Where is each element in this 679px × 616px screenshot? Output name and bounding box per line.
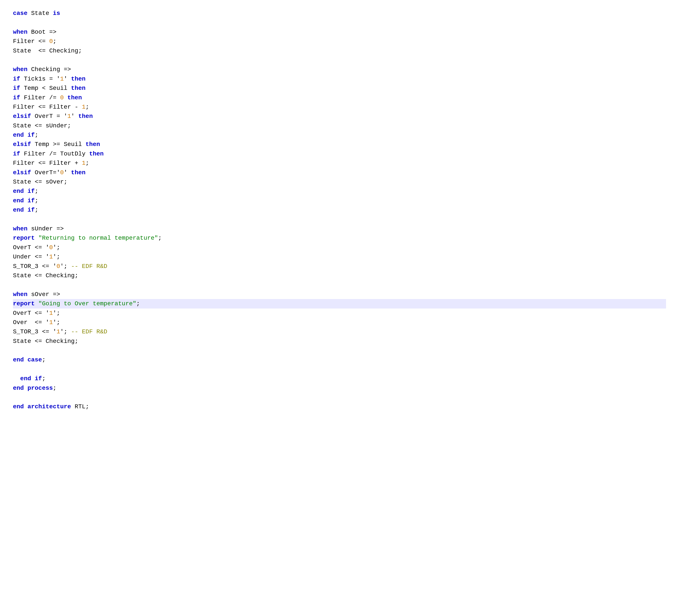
keyword-token: elsif [13,168,31,177]
keyword-token: end if [20,374,42,383]
text-token: ' [49,327,57,336]
text-token: RTL; [71,402,89,411]
text-token: ' [42,309,49,318]
text-token: OverT [13,309,35,318]
operator-token: <= [35,243,42,252]
code-line [13,280,666,290]
text-token: S_TOR_3 [13,327,42,336]
code-line: end if; [13,196,666,205]
keyword-token: report [13,299,35,308]
text-token [35,233,38,243]
number-token: 1 [49,309,53,318]
keyword-token: end process [13,384,53,393]
code-line: OverT <= '1'; [13,309,666,318]
text-token [35,299,38,308]
text-token: '; [60,327,71,336]
text-token: OverT = ' [31,111,67,121]
keyword-token: report [13,233,35,243]
keyword-token: end if [13,130,35,140]
code-line: State <= sUnder; [13,121,666,130]
operator-token: <= [35,121,42,130]
code-container: case State is when Boot => Filter <= 0; … [13,9,666,412]
text-token: ; [35,196,38,205]
code-line: end if; [13,374,666,383]
text-token: Over [13,318,35,327]
number-token: 1 [82,102,86,111]
comment-token: -- EDF R&D [71,327,107,336]
code-line: Filter <= 0; [13,37,666,46]
text-token: ' [71,111,78,121]
code-line: end if; [13,187,666,196]
keyword-token: when [13,27,27,37]
number-token: 0 [60,168,64,177]
code-line: State <= Checking; [13,46,666,56]
code-line: end if; [13,205,666,215]
operator-token: <= [35,177,42,187]
text-token: Tick1s = ' [20,74,60,84]
operator-token: <= [38,37,46,46]
text-token: ' [64,168,71,177]
text-token: State [13,336,35,346]
text-token: Filter [13,102,38,111]
text-token: ' [49,262,57,271]
keyword-token: then [78,111,93,121]
code-line: S_TOR_3 <= '0'; -- EDF R&D [13,262,666,271]
text-token: Checking => [27,65,71,74]
number-token: 0 [49,243,53,252]
keyword-token: if [13,93,20,102]
number-token: 1 [67,111,71,121]
text-token: Temp < Seuil [20,84,71,93]
text-token: State [13,121,35,130]
text-token: ' [42,318,49,327]
code-line: report "Returning to normal temperature"… [13,233,666,243]
text-token: ; [42,374,45,383]
code-line: S_TOR_3 <= '1'; -- EDF R&D [13,327,666,336]
keyword-token: if [13,84,20,93]
text-token: Filter /= [20,93,60,102]
code-line: end process; [13,384,666,393]
text-token: Filter /= ToutDly [20,149,89,159]
text-token: sUnder => [27,224,64,233]
text-token: OverT [13,243,35,252]
number-token: 1 [49,318,53,327]
number-token: 0 [60,93,64,102]
text-token: Filter - [45,102,82,111]
text-token: Boot => [27,27,60,37]
keyword-token: then [86,140,100,149]
text-token: ; [86,159,89,168]
keyword-token: end if [13,187,35,196]
code-line: end if; [13,130,666,140]
keyword-token: then [89,149,104,159]
text-token [45,37,49,46]
text-token: Temp >= Seuil [31,140,86,149]
comment-token: -- EDF R&D [71,262,107,271]
operator-token: <= [38,159,46,168]
code-line: OverT <= '0'; [13,243,666,252]
text-token: S_TOR_3 [13,262,42,271]
code-line: when Boot => [13,27,666,37]
text-token: '; [60,262,71,271]
operator-token: <= [42,262,49,271]
text-token [64,93,67,102]
keyword-token: end if [13,205,35,215]
keyword-token: then [71,74,86,84]
code-line: Under <= '1'; [13,252,666,261]
text-token: ; [35,205,38,215]
operator-token: <= [35,336,42,346]
number-token: 0 [57,262,60,271]
code-line [13,393,666,402]
text-token: State [27,9,53,18]
text-token: Checking; [45,46,82,56]
keyword-token: then [67,93,82,102]
code-line: when Checking => [13,65,666,74]
code-line: elsif Temp >= Seuil then [13,140,666,149]
text-token [13,374,20,383]
text-token: ' [42,243,49,252]
text-token: ; [136,299,140,308]
text-token: sOver; [42,177,67,187]
keyword-token: if [13,149,20,159]
text-token: Checking; [42,271,78,280]
operator-token: <= [38,102,46,111]
keyword-token: when [13,290,27,299]
text-token: sUnder; [42,121,71,130]
